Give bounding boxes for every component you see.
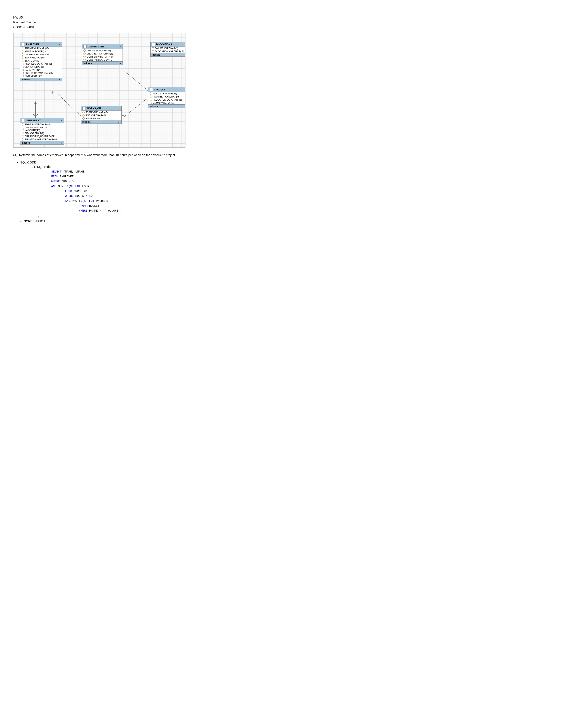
dep-empssn: EMPSSN VARCHAR(45) [20, 123, 64, 126]
proj-plocation: PLOCATION VARCHAR(45) [148, 98, 185, 101]
roman-list: i. [38, 215, 550, 218]
pno-key-icon [82, 114, 85, 116]
fname-icon [22, 47, 24, 49]
erd-diagram: EMPLOYEE ▼ FNAME VARCHAR(45) MINIT VARCH… [13, 33, 185, 148]
hw-title: HW #5 [13, 16, 550, 19]
author-name: Rachael Clayton [13, 21, 550, 24]
dependent-indexes[interactable]: Indexes ► [20, 141, 64, 144]
works-on-indexes[interactable]: Indexes ► [81, 120, 121, 124]
dep-relationship: RELATIONSHIP VARCHAR(45) [20, 138, 64, 141]
sex-icon [22, 66, 24, 68]
screenshot-item: SCREENSHOT [24, 220, 550, 223]
dlocation-icon [152, 50, 154, 53]
course-info: COSC 457-001 [13, 25, 550, 29]
roman-i-item: i. [38, 215, 550, 218]
sql-code-list: SQL CODE 1. SQL code SELECT fNAME, LNAME… [20, 161, 550, 218]
and-keyword: AND [51, 185, 56, 188]
dept-mgrstartdate: MGRSTARTDATE DATE [82, 58, 122, 61]
empssn-icon [22, 123, 24, 126]
dept-indexes-arrow: ► [119, 62, 121, 64]
screenshot-label: SCREENSHOT [24, 220, 45, 223]
employee-ssn: SSN VARCHAR(45) [20, 56, 62, 59]
proj-dnum: DNUM VARCHAR(1) [148, 101, 185, 104]
mgrstartdate-icon [83, 59, 86, 61]
employee-sex: SEX VARCHAR(1) [20, 65, 62, 68]
proj-indexes-arrow: ► [184, 105, 185, 107]
plocation-icon [150, 99, 152, 101]
wo-indexes-arrow: ► [118, 121, 120, 123]
mgrssn-icon [83, 56, 86, 58]
employee-indexes-arrow: ► [58, 79, 60, 81]
project-dropdown[interactable]: ▼ [184, 88, 185, 91]
sql-code-numbered: 1. SQL code SELECT fNAME, LNAME FROM EMP… [34, 165, 550, 213]
lname-icon [22, 53, 24, 56]
employee-icon [22, 43, 25, 46]
department-dropdown[interactable]: ▼ [119, 45, 121, 48]
dloc-dlocation: DLOCATION VARCHAR(45) [150, 50, 185, 53]
essn-icon [82, 111, 85, 113]
dnumb-icon [152, 47, 154, 49]
roman-i-label: i. [38, 215, 39, 218]
dnumber-key-icon [83, 53, 86, 55]
dep-name-icon [22, 128, 24, 130]
employee-lname: LNAME VARCHAR(45) [20, 53, 62, 56]
dno-icon [22, 75, 24, 77]
dep-rel-icon [22, 138, 24, 141]
where-keyword: WHERE [51, 180, 60, 183]
select-keyword2: SELECT [70, 185, 81, 188]
dnum-icon [150, 102, 152, 104]
question-a-label: (A) [13, 153, 17, 157]
works-on-dropdown[interactable]: ▼ [118, 107, 120, 110]
employee-bdate: BDATE DATE [20, 59, 62, 62]
svg-line-16 [124, 71, 150, 93]
svg-line-8 [33, 114, 36, 117]
wo-essn: ESSN VARCHAR(45) [81, 111, 121, 114]
employee-indexes[interactable]: Indexes ► [20, 78, 62, 81]
address-icon [22, 63, 24, 65]
where-keyword2: WHERE [65, 194, 73, 198]
and-keyword2: AND [65, 199, 70, 203]
department-table: DEPARTMENT ▼ DNAME VARCHAR(45) DNUMBER V… [82, 44, 123, 65]
from-keyword2: FROM [65, 190, 72, 193]
svg-line-9 [36, 114, 38, 117]
proj-pnumber: PNUMBER VARCHAR(45) [148, 95, 185, 98]
employee-minit: MINIT VARCHAR(1) [20, 50, 62, 53]
department-header: DEPARTMENT ▼ [82, 44, 122, 49]
header-section: HW #5 Rachael Clayton COSC 457-001 [13, 16, 550, 29]
wo-pno: PNO VARCHAR(45) [81, 114, 121, 117]
dependent-header: DEPENDENT ▼ [20, 118, 64, 123]
employee-header: EMPLOYEE ▼ [20, 42, 62, 47]
dep-sex: SEX VARCHAR(1) [20, 132, 64, 135]
dept-mgrssn: MGRSSN VARCHAR(45) [82, 55, 122, 58]
employee-address: ADDRESS VARCHAR(45) [20, 62, 62, 65]
superssn-icon [22, 72, 24, 74]
from-keyword3: FROM [79, 204, 86, 208]
svg-line-13 [124, 99, 146, 117]
dependent-icon [22, 119, 25, 122]
dlocations-indexes[interactable]: Indexes ► [150, 53, 185, 56]
department-indexes[interactable]: Indexes ► [82, 61, 122, 65]
dept-dname: DNAME VARCHAR(45) [82, 49, 122, 52]
employee-dropdown[interactable]: ▼ [58, 43, 60, 46]
proj-pname: PNAME VARCHAR(45) [148, 92, 185, 95]
project-indexes[interactable]: Indexes ► [148, 104, 185, 108]
screenshot-list: SCREENSHOT [24, 220, 550, 223]
question-a-text: Retrieve the names of employee in depart… [19, 153, 176, 157]
works-on-table: WORKS_ON ▼ ESSN VARCHAR(45) PNO VARCHAR(… [81, 106, 122, 124]
department-icon [83, 45, 86, 48]
sql-code-item: SQL CODE 1. SQL code SELECT fNAME, LNAME… [20, 161, 550, 218]
dependent-dropdown[interactable]: ▼ [60, 119, 63, 122]
employee-salary: SALARY FLOAT [20, 68, 62, 71]
hours-icon [82, 117, 85, 120]
wo-hours: HOURS FLOAT [81, 117, 121, 120]
numbered-code-list: 1. SQL code SELECT fNAME, LNAME FROM EMP… [34, 165, 550, 213]
select-keyword3: SELECT [84, 199, 94, 203]
top-divider [13, 9, 550, 9]
employee-dno: DNO VARCHAR(1) [20, 75, 62, 78]
content-section: (A) Retrieve the names of employee in de… [13, 153, 550, 223]
works-on-header: WORKS_ON ▼ [81, 106, 121, 111]
dep-sex-icon [22, 132, 24, 134]
dep-bdate: DEPENDENT_BDATE DATE [20, 135, 64, 138]
dependent-table: DEPENDENT ▼ EMPSSN VARCHAR(45) DEPENDENT… [20, 118, 64, 145]
dept-dnumber: DNUMBER VARCHAR(1) [82, 52, 122, 55]
